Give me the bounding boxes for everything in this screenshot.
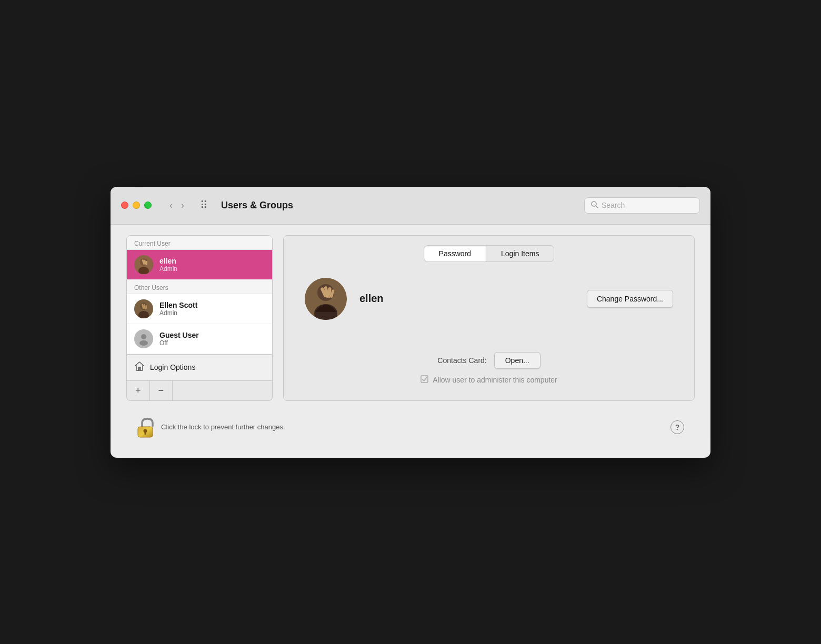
close-button[interactable]: [121, 202, 128, 209]
svg-line-1: [596, 206, 598, 208]
guest-user-info: Guest User Off: [159, 331, 265, 347]
guest-user-role: Off: [159, 339, 265, 347]
titlebar: ‹ › ⠿ Users & Groups: [111, 187, 710, 225]
svg-point-14: [141, 334, 146, 339]
login-options-label: Login Options: [150, 363, 195, 371]
sidebar-controls: + −: [126, 381, 273, 401]
main-window: ‹ › ⠿ Users & Groups Current User: [111, 187, 710, 458]
svg-rect-27: [145, 432, 146, 435]
lock-icon[interactable]: [137, 418, 154, 437]
large-avatar: [305, 278, 347, 320]
search-icon: [591, 201, 598, 210]
grid-button[interactable]: ⠿: [196, 197, 213, 214]
back-button[interactable]: ‹: [166, 198, 176, 213]
lock-text: Click the lock to prevent further change…: [161, 423, 663, 431]
help-button[interactable]: ?: [670, 420, 684, 434]
avatar: [134, 299, 153, 318]
contacts-row: Contacts Card: Open...: [284, 341, 694, 375]
current-user-role: Admin: [159, 265, 265, 273]
sidebar-item-guest-user[interactable]: Guest User Off: [127, 324, 272, 354]
svg-point-15: [139, 340, 148, 346]
tabs-row: Password Login Items: [284, 236, 694, 262]
tab-login-items[interactable]: Login Items: [486, 245, 554, 262]
search-box[interactable]: [584, 197, 700, 214]
other-users-label: Other Users: [127, 280, 272, 294]
content-area: Current User: [111, 225, 710, 458]
current-user-label: Current User: [127, 236, 272, 250]
checkbox-icon: [420, 375, 428, 385]
user-list: Current User: [126, 235, 273, 355]
avatar: [134, 255, 153, 274]
nav-buttons: ‹ ›: [166, 198, 187, 213]
login-options-button[interactable]: Login Options: [126, 355, 273, 381]
sidebar-item-ellen-scott[interactable]: Ellen Scott Admin: [127, 294, 272, 324]
minimize-button[interactable]: [133, 202, 140, 209]
open-button[interactable]: Open...: [494, 352, 540, 369]
forward-button[interactable]: ›: [178, 198, 187, 213]
sidebar-item-current-user[interactable]: ellen Admin: [127, 250, 272, 280]
sidebar: Current User: [126, 235, 273, 401]
allow-admin-row: Allow user to administer this computer: [284, 375, 694, 400]
detail-panel: Password Login Items: [283, 235, 695, 401]
house-icon: [134, 361, 145, 374]
ellen-scott-role: Admin: [159, 309, 265, 317]
search-input[interactable]: [602, 201, 693, 209]
maximize-button[interactable]: [144, 202, 152, 209]
tab-password[interactable]: Password: [424, 245, 486, 262]
contacts-card-label: Contacts Card:: [437, 356, 486, 365]
allow-admin-label: Allow user to administer this computer: [433, 376, 557, 384]
traffic-lights: [121, 202, 152, 209]
main-area: Current User: [126, 235, 695, 401]
current-user-name: ellen: [159, 257, 265, 265]
bottom-bar: Click the lock to prevent further change…: [126, 409, 695, 445]
avatar: [134, 329, 153, 348]
change-password-button[interactable]: Change Password...: [587, 290, 673, 308]
detail-username: ellen: [359, 293, 574, 305]
controls-spacer: [173, 381, 272, 400]
guest-user-name: Guest User: [159, 331, 265, 339]
spacer: [284, 330, 694, 341]
ellen-scott-info: Ellen Scott Admin: [159, 301, 265, 317]
current-user-info: ellen Admin: [159, 257, 265, 273]
user-detail-header: ellen Change Password...: [284, 262, 694, 330]
window-title: Users & Groups: [221, 200, 576, 211]
ellen-scott-name: Ellen Scott: [159, 301, 265, 309]
remove-user-button[interactable]: −: [150, 381, 173, 400]
add-user-button[interactable]: +: [127, 381, 150, 400]
